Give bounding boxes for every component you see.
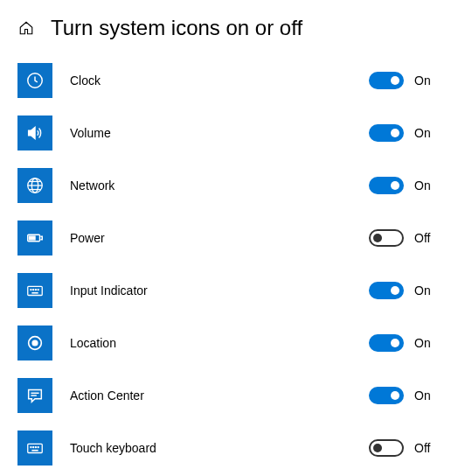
toggle-state-volume: On — [414, 126, 441, 140]
toggle-knob — [391, 286, 399, 295]
toggle-state-network: On — [414, 178, 441, 192]
page-title: Turn system icons on or off — [51, 16, 302, 40]
svg-point-11 — [32, 340, 38, 346]
toggle-state-clock: On — [414, 74, 441, 88]
setting-row-network: NetworkOn — [17, 168, 441, 203]
location-icon — [17, 326, 52, 360]
toggle-state-power: Off — [414, 231, 441, 245]
page-header: Turn system icons on or off — [17, 16, 441, 40]
setting-row-clock: ClockOn — [17, 63, 441, 98]
setting-label-touch-keyboard: Touch keyboard — [70, 441, 369, 455]
settings-list: ClockOnVolumeOnNetworkOnPowerOffInput In… — [17, 63, 441, 466]
toggle-clock[interactable] — [369, 72, 404, 89]
svg-rect-5 — [28, 286, 43, 295]
setting-row-volume: VolumeOn — [17, 116, 441, 150]
home-icon — [18, 20, 34, 36]
volume-icon — [17, 116, 52, 150]
toggle-state-action-center: On — [414, 388, 441, 402]
setting-label-input-indicator: Input Indicator — [70, 284, 369, 298]
toggle-state-input-indicator: On — [414, 284, 441, 298]
clock-icon — [17, 63, 52, 98]
setting-label-power: Power — [70, 231, 369, 245]
toggle-knob — [373, 234, 382, 242]
toggle-action-center[interactable] — [369, 387, 404, 404]
action-center-icon — [17, 378, 52, 413]
setting-label-location: Location — [70, 336, 369, 350]
toggle-state-location: On — [414, 336, 441, 350]
toggle-knob — [391, 76, 399, 85]
setting-row-location: LocationOn — [17, 326, 441, 360]
svg-point-9 — [38, 290, 38, 290]
setting-row-touch-keyboard: Touch keyboardOff — [17, 430, 441, 466]
toggle-power[interactable] — [369, 229, 404, 247]
svg-point-8 — [35, 290, 36, 290]
setting-label-network: Network — [70, 178, 369, 192]
svg-point-6 — [31, 290, 31, 290]
setting-label-action-center: Action Center — [70, 388, 369, 402]
home-button[interactable] — [17, 19, 35, 37]
svg-point-15 — [35, 447, 36, 448]
toggle-knob — [391, 391, 399, 400]
toggle-volume[interactable] — [369, 124, 404, 142]
power-icon — [17, 220, 52, 256]
setting-label-clock: Clock — [70, 74, 369, 88]
setting-label-volume: Volume — [70, 126, 369, 140]
keyboard-icon — [17, 273, 52, 308]
network-icon — [17, 168, 52, 203]
toggle-location[interactable] — [369, 334, 404, 352]
setting-row-input-indicator: Input IndicatorOn — [17, 273, 441, 308]
toggle-knob — [391, 339, 399, 347]
setting-row-power: PowerOff — [17, 220, 441, 256]
svg-point-13 — [31, 447, 31, 448]
svg-point-16 — [38, 447, 38, 448]
svg-point-7 — [33, 290, 34, 290]
toggle-network[interactable] — [369, 177, 404, 194]
svg-rect-12 — [28, 444, 43, 452]
toggle-knob — [391, 129, 399, 137]
keyboard-icon — [17, 430, 52, 466]
setting-row-action-center: Action CenterOn — [17, 378, 441, 413]
toggle-knob — [391, 181, 399, 190]
toggle-touch-keyboard[interactable] — [369, 439, 404, 457]
svg-point-14 — [33, 447, 34, 448]
toggle-state-touch-keyboard: Off — [414, 441, 441, 455]
toggle-input-indicator[interactable] — [369, 282, 404, 299]
svg-rect-4 — [30, 236, 35, 240]
toggle-knob — [373, 444, 382, 452]
